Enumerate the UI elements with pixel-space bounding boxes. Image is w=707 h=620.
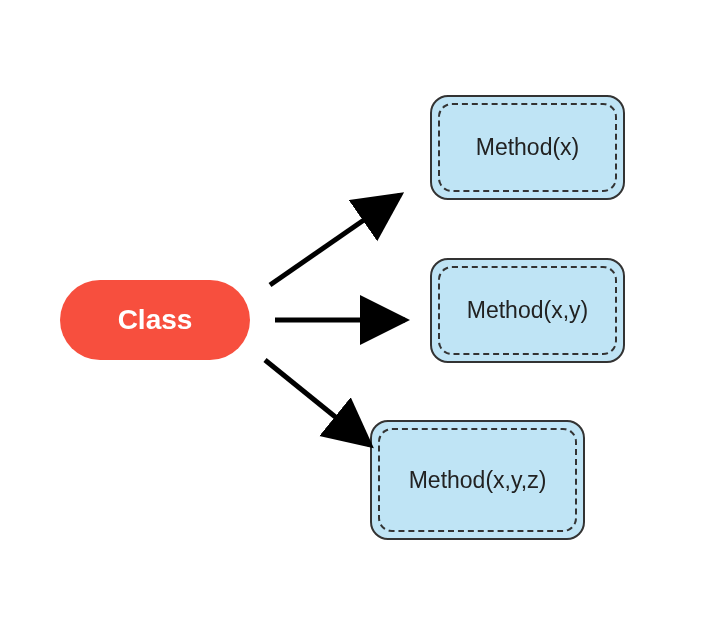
method-label-1: Method(x) xyxy=(476,134,580,161)
method-node-1: Method(x) xyxy=(430,95,625,200)
method-node-3: Method(x,y,z) xyxy=(370,420,585,540)
class-label: Class xyxy=(118,304,193,336)
method-node-2: Method(x,y) xyxy=(430,258,625,363)
method-label-2: Method(x,y) xyxy=(467,297,588,324)
class-node: Class xyxy=(60,280,250,360)
arrow-3 xyxy=(265,360,370,445)
arrow-1 xyxy=(270,195,400,285)
method-label-3: Method(x,y,z) xyxy=(409,467,547,494)
